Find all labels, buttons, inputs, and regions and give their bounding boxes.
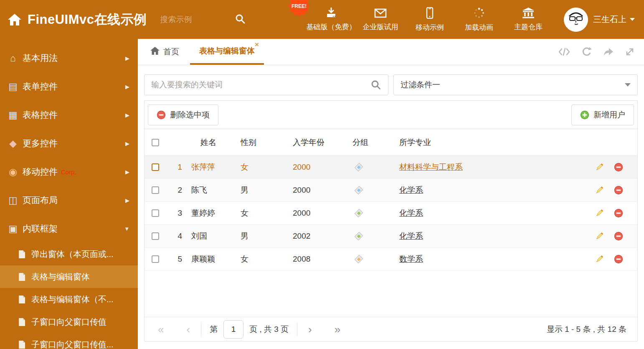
table-row[interactable]: 1 张萍萍 女 2000 材料科学与工程系 [145, 156, 637, 179]
row-checkbox[interactable] [152, 186, 159, 194]
table-row[interactable]: 4 刘国 男 2002 化学系 [145, 225, 637, 248]
source-code-icon[interactable] [558, 47, 570, 57]
sidebar-subitem[interactable]: 表格与编辑窗体 [0, 265, 138, 288]
column-header-name: 姓名 [188, 137, 237, 148]
row-actions [591, 255, 637, 264]
major-link[interactable]: 化学系 [399, 232, 423, 240]
home-icon[interactable] [8, 13, 22, 26]
page-label-suffix: 页 , 共 3 页 [249, 324, 289, 335]
sidebar-subitem[interactable]: 表格与编辑窗体（不... [0, 288, 138, 311]
edit-pencil-icon[interactable] [595, 232, 604, 241]
header-search-icon[interactable] [235, 13, 246, 26]
sidebar-item[interactable]: 移动控件 Corp. [0, 158, 138, 186]
sidebar-subitem[interactable]: 子窗口向父窗口传值 [0, 311, 138, 333]
top-bar: FineUIMvc在线示例 FREE! 基础版（免费） [0, 0, 644, 39]
avatar[interactable] [564, 8, 588, 32]
expand-arrow-icon [125, 55, 129, 61]
sidebar-item[interactable]: 表格控件 [0, 101, 138, 129]
tab-home[interactable]: 首页 [150, 39, 179, 65]
row-checkbox[interactable] [152, 232, 159, 240]
edit-pencil-icon[interactable] [595, 209, 604, 218]
major-link[interactable]: 材料科学与工程系 [399, 163, 463, 171]
header-search [160, 13, 246, 26]
sidebar-item[interactable]: 内联框架 [0, 214, 138, 243]
row-number: 2 [166, 186, 188, 195]
sidebar-subitem[interactable]: 子窗口向父窗口传值... [0, 333, 138, 349]
delete-minus-icon[interactable] [614, 255, 623, 264]
major-link[interactable]: 数学系 [399, 255, 423, 263]
sidebar-item[interactable]: 更多控件 [0, 129, 138, 158]
divider [297, 322, 297, 336]
tag-icon [349, 232, 396, 241]
delete-minus-icon[interactable] [614, 209, 623, 218]
grid-panel: 删除选中项 新增用户 姓名 性别 入学年份 分组 所学专业 [144, 100, 638, 341]
delete-minus-icon[interactable] [614, 186, 623, 195]
filter-dropdown-value: 过滤条件一 [401, 79, 440, 90]
sidebar-item[interactable]: 页面布局 [0, 186, 138, 214]
header-search-input[interactable] [160, 15, 223, 24]
nav-item-loading-animation[interactable]: 加载动画 [454, 7, 504, 32]
sidebar-subitem[interactable]: 弹出窗体（本页面或... [0, 243, 138, 265]
sidebar-item[interactable]: 表单控件 [0, 72, 138, 101]
cell-gender: 男 [237, 231, 289, 242]
delete-minus-icon[interactable] [614, 232, 623, 241]
refresh-icon[interactable] [581, 47, 592, 57]
row-checkbox[interactable] [152, 163, 159, 171]
sidebar-item-icon [7, 53, 19, 64]
add-user-button[interactable]: 新增用户 [571, 104, 634, 125]
major-link[interactable]: 化学系 [399, 186, 423, 194]
tab-active[interactable]: 表格与编辑窗体 × [190, 39, 264, 65]
delete-selected-button[interactable]: 删除选中项 [148, 104, 218, 125]
spinner-icon [473, 7, 485, 19]
select-all-checkbox[interactable] [152, 139, 159, 146]
minus-circle-icon [157, 110, 166, 120]
expand-arrow-icon [125, 84, 129, 90]
last-page-button[interactable]: » [332, 324, 343, 335]
user-menu[interactable]: 三生石上 [593, 14, 635, 25]
table-body: 1 张萍萍 女 2000 材料科学与工程系 [145, 156, 637, 271]
pagination-bar: « ‹ 第 页 , 共 3 页 › » 显示 1 - 5 条 , 共 12 条 [145, 317, 637, 341]
sidebar-item[interactable]: 基本用法 [0, 44, 138, 72]
first-page-button[interactable]: « [155, 324, 166, 335]
page-icon [18, 273, 25, 281]
sidebar-menu: 基本用法 表单控件 表格控件 [0, 44, 138, 243]
search-icon[interactable] [370, 79, 381, 90]
edit-pencil-icon[interactable] [595, 186, 604, 195]
nav-item-enterprise-trial[interactable]: 企业版试用 [356, 8, 405, 32]
cell-gender: 女 [237, 208, 289, 219]
table-row[interactable]: 2 陈飞 男 2000 化学系 [145, 179, 637, 202]
sidebar-item-label: 更多控件 [23, 138, 58, 149]
row-actions [591, 232, 637, 241]
keyword-search-input[interactable] [151, 80, 370, 89]
table-header: 姓名 性别 入学年份 分组 所学专业 [145, 129, 637, 156]
edit-pencil-icon[interactable] [595, 255, 604, 264]
filter-row: 过滤条件一 [138, 65, 644, 100]
close-icon[interactable]: × [255, 41, 259, 48]
sidebar-item-label: 内联框架 [23, 223, 58, 234]
filter-dropdown[interactable]: 过滤条件一 [393, 74, 638, 95]
sidebar-item-icon [7, 166, 19, 178]
row-checkbox[interactable] [152, 209, 159, 217]
row-checkbox[interactable] [152, 255, 159, 263]
record-count-summary: 显示 1 - 5 条 , 共 12 条 [547, 324, 626, 335]
next-page-button[interactable]: › [306, 324, 314, 335]
nav-item-mobile-demo[interactable]: 移动示例 [405, 7, 454, 32]
column-header-major: 所学专业 [396, 137, 591, 148]
nav-item-basic-edition[interactable]: 基础版（免费） [307, 8, 356, 32]
prev-page-button[interactable]: ‹ [184, 324, 193, 335]
share-icon[interactable] [603, 47, 614, 57]
nav-item-theme-store[interactable]: 主题仓库 [504, 7, 553, 32]
cell-gender: 女 [237, 162, 289, 173]
sidebar-subitem-label: 子窗口向父窗口传值... [31, 339, 114, 349]
corp-badge: Corp. [61, 168, 76, 176]
page-number-input[interactable] [223, 320, 243, 339]
table-row[interactable]: 3 董婷婷 女 2000 化学系 [145, 202, 637, 225]
row-number: 5 [166, 255, 188, 264]
delete-minus-icon[interactable] [614, 163, 623, 172]
download-icon [325, 8, 337, 18]
major-link[interactable]: 化学系 [399, 209, 423, 217]
plus-circle-icon [580, 110, 589, 120]
expand-icon[interactable] [625, 47, 635, 57]
table-row[interactable]: 5 康颖颖 女 2008 数学系 [145, 248, 637, 271]
edit-pencil-icon[interactable] [595, 163, 604, 172]
